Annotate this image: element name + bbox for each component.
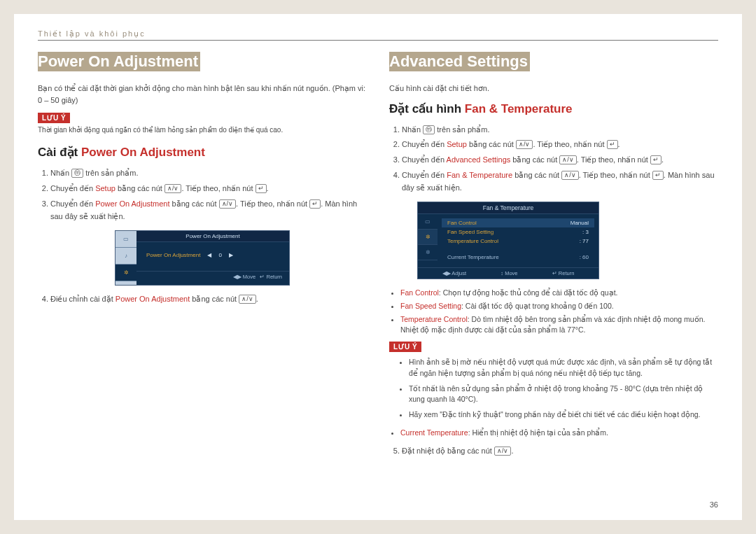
step-4: Chuyển đến Fan & Temperature bằng các nú… <box>402 169 718 195</box>
section-path: Thiết lập và khôi phục <box>38 29 146 38</box>
section-title-advanced: Advanced Settings <box>389 52 530 71</box>
bullet-fan-control: Fan Control: Chọn tự động hoặc thủ công … <box>400 288 718 299</box>
note-item: Hình ảnh sẽ bị mờ nếu nhiệt độ vượt quá … <box>409 357 718 379</box>
step-1: Nhấn ⓜ trên sản phẩm. <box>402 123 718 136</box>
two-column-layout: Power On Adjustment Bạn có thể cài đặt t… <box>38 52 718 464</box>
section-title-power-on: Power On Adjustment <box>38 52 200 71</box>
osd-row: Fan ControlManual <box>442 218 594 227</box>
osd-side-icon: ♪ <box>115 248 136 265</box>
updown-icon: ∧/∨ <box>164 184 182 193</box>
note-list: Hình ảnh sẽ bị mờ nếu nhiệt độ vượt quá … <box>389 357 718 421</box>
osd-side-icon: ✲ <box>418 230 438 245</box>
note-badge: LƯU Ý <box>389 342 421 352</box>
updown-icon: ∧/∨ <box>494 447 512 456</box>
osd-screenshot-fan-temp: Fan & Temperature ▭ ✲ ✲ Fan ControlManua… <box>417 202 599 279</box>
osd-row: Temperature Control: 77 <box>447 237 589 246</box>
enter-icon: ↵ <box>652 171 664 180</box>
manual-page: Thiết lập và khôi phục Power On Adjustme… <box>14 14 742 520</box>
note-badge: LƯU Ý <box>38 113 70 123</box>
step-3: Chuyển đến Power On Adjustment bằng các … <box>50 197 367 223</box>
menu-icon: ⓜ <box>423 125 435 134</box>
step-2: Chuyển đến Setup bằng các nút ∧/∨. Tiếp … <box>402 138 718 151</box>
osd-side-icon: ▭ <box>418 214 438 230</box>
steps-list-left: Nhấn ⓜ trên sản phẩm. Chuyển đến Setup b… <box>38 167 367 223</box>
note-item: Hãy xem "Đặc tính kỹ thuật" trong phần n… <box>409 409 718 421</box>
osd-screenshot-power-on: ▭ ♪ ✲ Power On Adjustment Power On Adjus… <box>115 230 290 286</box>
osd-side-icon: ▭ <box>115 231 136 248</box>
page-header: Thiết lập và khôi phục <box>38 29 718 41</box>
intro-text: Cấu hình cài đặt chi tiết hơn. <box>389 83 718 94</box>
osd-footer: ◀▶ Adjust ↕ Move ↵ Return <box>418 267 598 279</box>
bullet-fan-speed: Fan Speed Setting: Cài đặt tốc độ quạt t… <box>400 301 718 312</box>
steps-list-right: Nhấn ⓜ trên sản phẩm. Chuyển đến Setup b… <box>389 123 718 195</box>
steps-list-left-cont: Điều chỉnh cài đặt Power On Adjustment b… <box>38 293 367 306</box>
step-2: Chuyển đến Setup bằng các nút ∧/∨. Tiếp … <box>50 182 367 195</box>
updown-icon: ∧/∨ <box>559 155 577 164</box>
osd-row: Power On Adjustment ◀ 0 ▶ <box>146 252 279 258</box>
note-item: Tốt nhất là nên sử dụng sản phẩm ở nhiệt… <box>409 384 718 406</box>
menu-icon: ⓜ <box>71 169 83 178</box>
osd-side-icon: ✲ <box>418 245 438 260</box>
intro-text: Bạn có thể cài đặt thời gian khởi động c… <box>38 83 367 106</box>
enter-icon: ↵ <box>650 155 662 164</box>
step-5: Đặt nhiệt độ bằng các nút ∧/∨. <box>402 444 718 458</box>
enter-icon: ↵ <box>309 199 321 209</box>
subheading-power-on: Cài đặt Power On Adjustment <box>38 145 367 160</box>
step-4: Điều chỉnh cài đặt Power On Adjustment b… <box>50 293 367 306</box>
updown-icon: ∧/∨ <box>219 199 237 209</box>
left-column: Power On Adjustment Bạn có thể cài đặt t… <box>38 52 367 464</box>
updown-icon: ∧/∨ <box>516 140 533 149</box>
right-column: Advanced Settings Cấu hình cài đặt chi t… <box>389 52 718 464</box>
osd-row: Fan Speed Setting: 3 <box>447 227 589 237</box>
osd-title: Power On Adjustment <box>136 231 289 242</box>
description-bullets: Fan Control: Chọn tự động hoặc thủ công … <box>389 288 718 336</box>
updown-icon: ∧/∨ <box>561 171 579 180</box>
bullet-current-temp: Current Temperature: Hiển thị nhiệt độ h… <box>400 428 718 439</box>
steps-list-right-cont: Đặt nhiệt độ bằng các nút ∧/∨. <box>389 444 718 458</box>
osd-side-icon: ✲ <box>115 265 136 281</box>
subheading-fan-temp: Đặt cấu hình Fan & Temperature <box>389 101 718 116</box>
updown-icon: ∧/∨ <box>239 295 256 304</box>
note-text: Thời gian khởi động quá ngắn có thể làm … <box>38 125 367 135</box>
step-1: Nhấn ⓜ trên sản phẩm. <box>50 167 367 180</box>
osd-title: Fan & Temperature <box>418 202 598 214</box>
enter-icon: ↵ <box>607 140 618 149</box>
page-number: 36 <box>710 500 718 509</box>
enter-icon: ↵ <box>255 184 267 193</box>
osd-footer: ◀▶ Move ↵ Return <box>136 271 289 282</box>
osd-row: Current Temperature: 60 <box>447 253 589 262</box>
step-3: Chuyển đến Advanced Settings bằng các nú… <box>402 153 718 167</box>
description-bullets-2: Current Temperature: Hiển thị nhiệt độ h… <box>389 428 718 439</box>
bullet-temp-control: Temperature Control: Dò tìm nhiệt độ bên… <box>400 314 718 337</box>
